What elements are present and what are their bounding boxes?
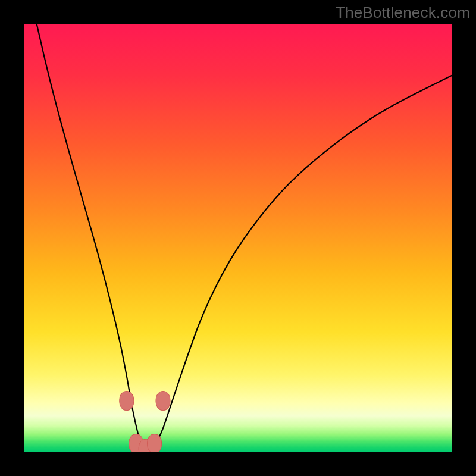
curve-marker [156, 392, 170, 411]
gradient-background [24, 24, 452, 452]
curve-marker [148, 434, 162, 452]
plot-area [24, 24, 452, 452]
plot-svg [24, 24, 452, 452]
curve-marker [120, 392, 134, 411]
watermark-text: TheBottleneck.com [336, 4, 470, 22]
chart-figure: TheBottleneck.com [0, 0, 476, 476]
